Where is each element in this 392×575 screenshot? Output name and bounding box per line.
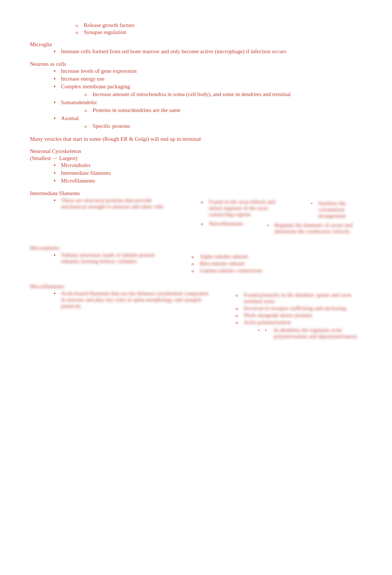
list-item-blurred-mf-deep: ▪ In dendrites the regulates actin polym…: [234, 327, 362, 340]
neurons-list: Increase levels of gene expression Incre…: [30, 68, 362, 130]
list-item-blurred-micro-sub2: Beta tubulin subunit: [168, 261, 362, 267]
list-item-blurred-sub: Found in the axon hillock and initial se…: [177, 199, 362, 220]
list-item-blurred-micro-sub3: Gamma tubulin connections: [168, 268, 362, 274]
deep-nested-list: Stabilize the cytoskeletal arrangement: [287, 200, 362, 220]
list-item-blurred-deep2: Regulate the diameter of axons and deter…: [243, 222, 362, 235]
intermediate-list: These are structural proteins that provi…: [30, 197, 362, 236]
list-item-blurred-1: These are structural proteins that provi…: [30, 197, 362, 236]
microfilaments-detail-list: Actin-based filaments that are the thinn…: [30, 290, 362, 340]
neurons-section: Neurons as cells Increase levels of gene…: [30, 61, 362, 130]
microglia-list: Immune cells formed from red bone marrow…: [30, 48, 362, 55]
microglia-heading: Microglia: [30, 41, 362, 48]
list-item-blurred-mf-sub3: Work alongside motor proteins: [212, 312, 362, 319]
list-item-blurred-mf-sub: Found primarily in the dendritic spines …: [212, 292, 362, 304]
list-item: Increase energy use: [30, 76, 362, 82]
microtubules-detail-heading: Microtubules: [30, 245, 362, 251]
cytoskeleton-heading: Neuronal Cytoskeleton: [30, 148, 362, 154]
microtubules-detail-list: Tubular structures made of tubulin prote…: [30, 252, 362, 275]
list-item-complex-membrane: Complex membrane packaging Increase amou…: [30, 84, 362, 98]
deep-mf-list: ▪ In dendrites the regulates actin polym…: [212, 327, 362, 340]
nested-list: Increase amount of mitochondria in soma …: [61, 91, 291, 98]
list-item: Synapse regulation: [30, 29, 362, 35]
intermediate-filaments-section: Intermediate filaments These are structu…: [30, 190, 362, 236]
cytoskeleton-list: Microtubules Intermediate filaments Micr…: [30, 162, 362, 184]
microfilaments-detail-section: Microfilaments Actin-based filaments tha…: [30, 283, 362, 340]
list-item: Increase levels of gene expression: [30, 68, 362, 75]
list-item-microtubules: Microtubules: [30, 162, 362, 169]
top-circle-list: Release growth factors Synapse regulatio…: [30, 22, 362, 35]
top-section: Release growth factors Synapse regulatio…: [30, 22, 362, 35]
nested-blurred-list: Found in the axon hillock and initial se…: [177, 199, 362, 236]
cytoskeleton-subheading: (Smallest → Largest): [30, 155, 362, 161]
list-item: Proteins in soma/dendrites are the same: [61, 107, 180, 113]
list-item: Specific proteins: [61, 123, 130, 129]
nested-list: Proteins in soma/dendrites are the same: [61, 107, 180, 113]
list-item: Immune cells formed from red bone marrow…: [30, 48, 362, 55]
content-area: Release growth factors Synapse regulatio…: [30, 22, 362, 340]
intermediate-filaments-heading: Intermediate filaments: [30, 190, 362, 197]
list-item: Increase amount of mitochondria in soma …: [61, 91, 291, 98]
microglia-section: Microglia Immune cells formed from red b…: [30, 41, 362, 55]
list-item: Release growth factors: [30, 22, 362, 28]
nested-list: Specific proteins: [61, 123, 130, 129]
microfilaments-detail-heading: Microfilaments: [30, 283, 362, 290]
neurons-heading: Neurons as cells: [30, 61, 362, 67]
cytoskeleton-section: Neuronal Cytoskeleton (Smallest → Larges…: [30, 148, 362, 184]
list-item-blurred-mf: Actin-based filaments that are the thinn…: [30, 290, 362, 340]
list-item-blurred-mf-sub4: Actin polymerization: [212, 319, 362, 326]
microtubules-detail-section: Microtubules Tubular structures made of …: [30, 245, 362, 275]
vesicles-paragraph: Many vesicles that start in some (Rough …: [30, 136, 362, 142]
deep-nested-list2: Regulate the diameter of axons and deter…: [243, 222, 362, 235]
list-item-intermediate: Intermediate filaments: [30, 170, 362, 177]
list-item-somatodendritic: Somatodendritic Proteins in soma/dendrit…: [30, 99, 362, 114]
list-item-blurred-micro: Tubular structures made of tubulin prote…: [30, 252, 362, 275]
list-item-axomal: Axomal Specific proteins: [30, 115, 362, 130]
nested-mf-list: Found primarily in the dendritic spines …: [212, 292, 362, 340]
list-item-microfilaments: Microfilaments: [30, 178, 362, 184]
list-item-blurred-sub2: Neurofilaments Regulate the diameter of …: [177, 221, 362, 235]
list-item-blurred-mf-sub2: Involved in receptor trafficking and anc…: [212, 305, 362, 312]
list-item-blurred-micro-sub: Alpha tubulin subunit: [168, 254, 362, 260]
list-item-blurred-deep: Stabilize the cytoskeletal arrangement: [287, 200, 362, 219]
nested-microtubules-list: Alpha tubulin subunit Beta tubulin subun…: [168, 254, 362, 275]
